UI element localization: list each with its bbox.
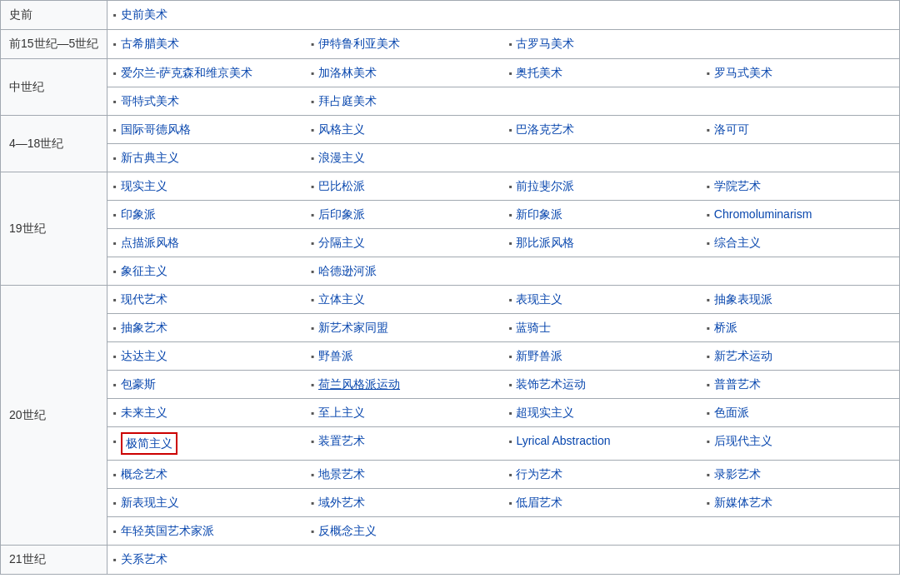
- art-movement-link[interactable]: 关系艺术: [121, 551, 168, 568]
- grid-cell-zhongshiji-1-2: [503, 87, 701, 115]
- art-movement-link[interactable]: 达达主义: [121, 347, 168, 365]
- period-content-19shiji-row-3: ▪象征主义▪哈德逊河派: [108, 257, 900, 286]
- art-movement-link[interactable]: 后印象派: [318, 206, 365, 223]
- list-item: ▪后现代主义: [707, 432, 894, 450]
- grid-cell-20shiji-3-0: ▪包豪斯: [108, 371, 305, 398]
- art-movement-link[interactable]: 反概念主义: [318, 522, 377, 540]
- list-item: ▪印象派: [112, 206, 300, 223]
- art-movement-link[interactable]: 抽象表现派: [714, 291, 772, 308]
- art-movement-link[interactable]: 荷兰风格派运动: [318, 376, 400, 393]
- list-item: ▪抽象表现派: [707, 291, 894, 308]
- art-movement-link[interactable]: 学院艺术: [714, 177, 761, 195]
- art-movement-link[interactable]: 哥特式美术: [121, 92, 179, 110]
- art-movement-link[interactable]: 巴比松派: [318, 177, 365, 195]
- art-movement-link[interactable]: 奥托美术: [516, 64, 562, 82]
- art-movement-link[interactable]: 新印象派: [516, 206, 562, 223]
- list-item: ▪至上主义: [311, 404, 498, 421]
- art-movement-link[interactable]: 古罗马美术: [516, 35, 574, 52]
- art-movement-link[interactable]: 风格主义: [318, 121, 365, 138]
- grid-cell-20shiji-7-0: ▪新表现主义: [108, 489, 305, 516]
- period-content-20shiji-row-2: ▪达达主义▪野兽派▪新野兽派▪新艺术运动: [108, 342, 900, 371]
- art-movement-link[interactable]: 蓝骑士: [516, 319, 551, 336]
- period-content-21shiji-row-0: ▪关系艺术: [108, 546, 900, 575]
- list-item: ▪那比派风格: [508, 234, 696, 252]
- art-movement-link[interactable]: 野兽派: [318, 347, 353, 365]
- bullet-icon: ▪: [707, 321, 710, 336]
- list-item: ▪伊特鲁利亚美术: [311, 35, 498, 52]
- grid-cell-4to18-0-2: ▪巴洛克艺术: [503, 116, 701, 143]
- art-movement-link[interactable]: 表现主义: [516, 291, 562, 308]
- art-movement-link[interactable]: 录影艺术: [714, 466, 761, 483]
- art-movement-link[interactable]: 分隔主义: [318, 234, 365, 252]
- art-movement-link[interactable]: 浪漫主义: [318, 149, 365, 167]
- art-movement-link[interactable]: 新艺术运动: [714, 347, 772, 365]
- art-movement-link[interactable]: 爱尔兰-萨克森和维京美术: [121, 64, 253, 82]
- list-item: ▪风格主义: [311, 121, 498, 138]
- art-movement-link[interactable]: 现实主义: [121, 177, 168, 195]
- art-movement-link[interactable]: Chromoluminarism: [714, 206, 812, 223]
- highlighted-term[interactable]: 极简主义: [121, 432, 178, 455]
- art-movement-link[interactable]: 后现代主义: [714, 432, 772, 450]
- art-movement-link[interactable]: 地景艺术: [318, 466, 365, 483]
- grid-cell-4to18-0-1: ▪风格主义: [306, 116, 503, 143]
- art-movement-link[interactable]: Lyrical Abstraction: [516, 432, 610, 450]
- period-label-zhongshiji: 中世纪: [1, 59, 108, 116]
- art-movement-link[interactable]: 点描派风格: [121, 234, 179, 252]
- art-movement-link[interactable]: 国际哥德风格: [121, 121, 191, 138]
- art-movement-link[interactable]: 概念艺术: [121, 466, 168, 483]
- art-movement-link[interactable]: 综合主义: [714, 234, 761, 252]
- grid-cell-19shiji-0-3: ▪学院艺术: [702, 172, 899, 200]
- art-movement-link[interactable]: 低眉艺术: [516, 494, 562, 511]
- art-movement-link[interactable]: 古希腊美术: [121, 35, 179, 52]
- art-movement-link[interactable]: 新媒体艺术: [714, 494, 772, 511]
- art-movement-link[interactable]: 超现实主义: [516, 404, 574, 421]
- list-item: ▪地景艺术: [311, 466, 498, 483]
- list-item: ▪域外艺术: [311, 494, 498, 511]
- art-movement-link[interactable]: 新表现主义: [121, 494, 179, 511]
- art-movement-link[interactable]: 年轻英国艺术家派: [121, 522, 214, 540]
- art-movement-link[interactable]: 至上主义: [318, 404, 365, 421]
- list-item: ▪Chromoluminarism: [707, 206, 894, 223]
- bullet-icon: ▪: [311, 66, 314, 81]
- art-movement-link[interactable]: 新艺术家同盟: [318, 319, 388, 336]
- period-label-20shiji: 20世纪: [1, 286, 108, 546]
- period-content-20shiji-row-4: ▪未来主义▪至上主义▪超现实主义▪色面派: [108, 399, 900, 427]
- art-movement-link[interactable]: 普普艺术: [714, 376, 761, 393]
- art-movement-link[interactable]: 色面派: [714, 404, 749, 421]
- art-movement-link[interactable]: 哈德逊河派: [318, 262, 377, 280]
- art-movement-link[interactable]: 巴洛克艺术: [516, 121, 574, 138]
- art-movement-link[interactable]: 装置艺术: [318, 432, 365, 450]
- art-movement-link[interactable]: 那比派风格: [516, 234, 574, 252]
- art-movement-link[interactable]: 现代艺术: [121, 291, 168, 308]
- art-movement-link[interactable]: 新野兽派: [516, 347, 562, 365]
- art-movement-link[interactable]: 装饰艺术运动: [516, 376, 586, 393]
- art-movement-link[interactable]: 罗马式美术: [714, 64, 772, 82]
- grid-cell-20shiji-5-1: ▪装置艺术: [306, 427, 503, 460]
- art-movement-link[interactable]: 象征主义: [121, 262, 168, 280]
- art-movement-link[interactable]: 新古典主义: [121, 149, 179, 167]
- art-movement-link[interactable]: 伊特鲁利亚美术: [318, 35, 400, 52]
- art-movement-link[interactable]: 立体主义: [318, 291, 365, 308]
- art-movement-link[interactable]: 极简主义: [126, 436, 172, 450]
- art-movement-link[interactable]: 前拉斐尔派: [516, 177, 574, 195]
- grid-cell-4to18-1-0: ▪新古典主义: [108, 144, 305, 172]
- art-movement-link[interactable]: 史前美术: [121, 6, 168, 23]
- art-movement-link[interactable]: 洛可可: [714, 121, 749, 138]
- art-movement-link[interactable]: 未来主义: [121, 404, 168, 421]
- art-movement-link[interactable]: 包豪斯: [121, 376, 156, 393]
- period-content-20shiji-row-8: ▪年轻英国艺术家派▪反概念主义: [108, 517, 900, 546]
- grid-cell-19shiji-3-3: [702, 257, 899, 285]
- art-movement-link[interactable]: 域外艺术: [318, 494, 365, 511]
- period-label-qian15: 前15世纪—5世纪: [1, 30, 108, 59]
- list-item: ▪现实主义: [112, 177, 300, 195]
- art-movement-link[interactable]: 加洛林美术: [318, 64, 377, 82]
- grid-cell-20shiji-4-3: ▪色面派: [702, 399, 899, 426]
- art-movement-link[interactable]: 桥派: [714, 319, 738, 336]
- bullet-icon: ▪: [707, 467, 710, 482]
- list-item: ▪点描派风格: [112, 234, 300, 252]
- art-movement-link[interactable]: 行为艺术: [516, 466, 562, 483]
- grid-cell-19shiji-3-2: [503, 257, 701, 285]
- art-movement-link[interactable]: 拜占庭美术: [318, 92, 377, 110]
- art-movement-link[interactable]: 印象派: [121, 206, 156, 223]
- art-movement-link[interactable]: 抽象艺术: [121, 319, 168, 336]
